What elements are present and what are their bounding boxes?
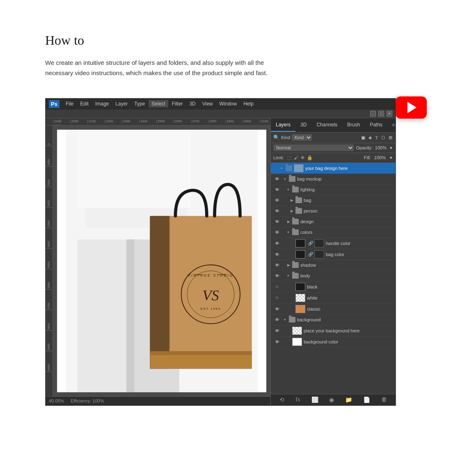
layer-visibility-icon[interactable]: 👁 [273, 263, 281, 268]
layer-item[interactable]: 👁 ▶ person [271, 206, 396, 217]
opacity-value: 100% [375, 145, 387, 150]
layer-thumbnail [295, 294, 305, 302]
tab-3d[interactable]: 3D [295, 119, 311, 132]
new-layer-button[interactable]: 📄 [361, 396, 372, 404]
layer-item[interactable]: 👁 ▶ bag [271, 195, 396, 206]
lock-icons: ⬚ 🖌 ✥ 🔒 [287, 155, 313, 160]
panel-options-button[interactable]: ≡ [387, 118, 399, 132]
fx-button[interactable]: fx [293, 396, 302, 404]
close-button[interactable]: ✕ [387, 111, 392, 117]
layer-item[interactable]: 👁 white [271, 293, 396, 304]
youtube-button[interactable] [396, 96, 427, 119]
menu-help[interactable]: Help [240, 100, 256, 108]
menu-layer[interactable]: Layer [112, 100, 130, 108]
menu-select[interactable]: Select [149, 100, 168, 108]
layer-item[interactable]: 👁 🔗 bag color [271, 249, 396, 260]
layer-visibility-icon[interactable]: 👁 [273, 284, 281, 289]
filter-pixel-icon[interactable]: ▣ [360, 134, 366, 141]
filter-type-icon[interactable]: T [374, 134, 379, 141]
layer-visibility-icon[interactable]: 👁 [273, 307, 281, 311]
layer-visibility-icon[interactable]: 👁 [273, 273, 281, 278]
menu-file[interactable]: File [63, 100, 76, 108]
layer-collapse-icon[interactable]: ▾ [287, 188, 292, 192]
layer-item[interactable]: 👁 black [271, 281, 396, 293]
layer-item[interactable]: 👁 ▾ bag mockup [271, 174, 396, 185]
lock-all-icon[interactable]: 🔒 [307, 155, 313, 160]
link-layers-button[interactable]: ⟲ [277, 396, 286, 404]
menu-edit[interactable]: Edit [77, 100, 92, 108]
menu-3d[interactable]: 3D [186, 100, 198, 108]
layers-panel: Layers 3D Channels Brush Paths ≡ 🔍 Kind … [270, 118, 396, 405]
layer-collapse-icon[interactable]: ▶ [287, 263, 292, 267]
menu-filter[interactable]: Filter [169, 100, 186, 108]
layer-item[interactable]: 👁 ▾ colors [271, 227, 396, 238]
layer-item[interactable]: 👁 classic [271, 304, 396, 315]
filter-adjust-icon[interactable]: ◈ [368, 134, 373, 141]
opacity-dropdown-icon[interactable]: ▾ [389, 144, 393, 151]
layer-item[interactable]: 👁 place your background here [271, 325, 396, 336]
menu-window[interactable]: Window [217, 100, 240, 108]
minimize-button[interactable]: − [370, 111, 376, 117]
layer-visibility-icon[interactable]: 👁 [273, 252, 281, 257]
layer-collapse-icon[interactable]: ▾ [287, 230, 292, 234]
status-bar: 40.05% Efficiency: 100% [46, 396, 270, 405]
layer-item[interactable]: 👁 background color [271, 336, 396, 348]
layer-collapse-icon[interactable]: ▶ [291, 209, 295, 213]
lock-image-icon[interactable]: 🖌 [294, 155, 298, 160]
lock-position-icon[interactable]: ✥ [301, 155, 304, 160]
tab-channels[interactable]: Channels [311, 119, 342, 132]
lock-transparent-icon[interactable]: ⬚ [287, 155, 291, 160]
ruler-left-num: 5300 [46, 208, 52, 228]
layer-item[interactable]: 👁 ▾ body [271, 271, 396, 281]
layer-visibility-icon[interactable]: 👁 [273, 230, 281, 235]
layer-visibility-icon[interactable]: 👁 [273, 339, 281, 344]
layer-collapse-icon[interactable]: ▾ [284, 177, 289, 181]
add-mask-button[interactable]: ⬜ [309, 396, 320, 404]
filter-smart-icon[interactable]: ⊞ [388, 134, 393, 141]
layer-visibility-icon[interactable]: 👁 [273, 176, 281, 181]
tab-layers[interactable]: Layers [271, 119, 295, 132]
layer-collapse-icon[interactable]: ▶ [287, 220, 292, 224]
layer-visibility-icon[interactable]: 👁 [273, 187, 281, 192]
search-icon: 🔍 [273, 135, 279, 141]
layer-visibility-icon[interactable]: 👁 [273, 328, 281, 333]
layer-visibility-icon[interactable]: 👁 [273, 295, 281, 300]
delete-layer-button[interactable]: 🗑 [379, 396, 389, 404]
layer-item[interactable]: ▾ your bag design here [271, 163, 396, 174]
layer-visibility-icon[interactable]: 👁 [273, 241, 281, 246]
ruler-num: 1900 [53, 119, 70, 123]
layer-item[interactable]: 👁 ▾ background [271, 315, 396, 325]
layer-collapse-icon[interactable]: ▶ [291, 198, 295, 202]
folder-icon [292, 262, 299, 268]
adjustment-button[interactable]: ◉ [327, 396, 336, 404]
layer-collapse-icon[interactable]: ▾ [287, 274, 292, 278]
layer-item[interactable]: 👁 ▶ shadow [271, 260, 396, 271]
folder-icon [292, 229, 299, 235]
menu-image[interactable]: Image [92, 100, 112, 108]
ps-logo: Ps [49, 100, 60, 108]
tab-paths[interactable]: Paths [365, 119, 387, 132]
tab-brush[interactable]: Brush [342, 119, 365, 132]
layer-name: shadow [300, 263, 393, 268]
layer-name: black [307, 284, 393, 289]
kind-select[interactable]: Kind [292, 134, 312, 141]
layer-visibility-icon[interactable]: 👁 [273, 198, 281, 203]
menu-type[interactable]: Type [131, 100, 148, 108]
canvas-area: 1900 2000 2100 2200 2300 2400 2500 2600 … [46, 118, 270, 405]
menu-view[interactable]: View [199, 100, 216, 108]
layer-item[interactable]: 👁 🔗 handle color [271, 238, 396, 249]
layer-item[interactable]: 👁 ▾ lighting [271, 185, 396, 195]
layer-visibility-icon[interactable]: 👁 [273, 317, 281, 322]
ruler-num: 2800 [208, 119, 225, 123]
layer-collapse-icon[interactable]: ▾ [284, 318, 289, 322]
layer-name: place your background here [304, 328, 393, 333]
blend-mode-select[interactable]: Normal [273, 144, 354, 151]
new-group-button[interactable]: 📁 [343, 396, 354, 404]
layer-visibility-icon[interactable]: 👁 [273, 208, 281, 213]
layer-visibility-icon[interactable]: 👁 [273, 219, 281, 224]
layer-collapse-icon[interactable]: ▾ [281, 166, 286, 170]
fill-dropdown-icon[interactable]: ▾ [389, 154, 393, 161]
maximize-button[interactable]: □ [378, 111, 384, 117]
layer-item[interactable]: 👁 ▶ design [271, 217, 396, 227]
filter-shape-icon[interactable]: ⬡ [380, 134, 386, 141]
